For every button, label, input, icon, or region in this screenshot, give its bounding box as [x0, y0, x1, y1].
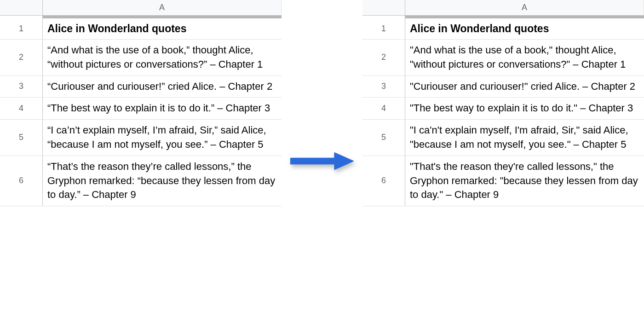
- table-row: 2 “And what is the use of a book,” thoug…: [0, 40, 282, 76]
- table-row: 3 "Curiouser and curiouser!" cried Alice…: [362, 76, 644, 98]
- cell-title[interactable]: Alice in Wonderland quotes: [43, 18, 282, 39]
- cell-title[interactable]: Alice in Wonderland quotes: [405, 18, 644, 39]
- spreadsheet-right: A 1 Alice in Wonderland quotes 2 "And wh…: [362, 0, 644, 206]
- table-row: 5 “I ca’n’t explain myself, I’m afraid, …: [0, 120, 282, 156]
- row-header[interactable]: 1: [362, 18, 405, 39]
- select-all-corner[interactable]: [362, 0, 405, 16]
- cell[interactable]: "That's the reason they're called lesson…: [405, 156, 644, 206]
- cell[interactable]: “Curiouser and curiouser!” cried Alice. …: [43, 76, 282, 98]
- row-header[interactable]: 2: [0, 40, 43, 75]
- cell[interactable]: “That’s the reason they’re called lesson…: [43, 156, 282, 206]
- cell[interactable]: “I ca’n’t explain myself, I’m afraid, Si…: [43, 120, 282, 156]
- row-header[interactable]: 4: [362, 98, 405, 119]
- table-row: 4 "The best way to explain it is to do i…: [362, 98, 644, 120]
- spreadsheet-left: A 1 Alice in Wonderland quotes 2 “And wh…: [0, 0, 282, 206]
- table-row: 5 "I ca'n't explain myself, I'm afraid, …: [362, 120, 644, 156]
- table-row: 6 “That’s the reason they’re called less…: [0, 156, 282, 206]
- table-row: 1 Alice in Wonderland quotes: [0, 18, 282, 40]
- row-header[interactable]: 4: [0, 98, 43, 119]
- table-row: 4 “The best way to explain it is to do i…: [0, 98, 282, 120]
- row-header[interactable]: 1: [0, 18, 43, 39]
- arrow-container: [282, 0, 362, 313]
- cell[interactable]: “And what is the use of a book,” thought…: [43, 40, 282, 75]
- cell[interactable]: “The best way to explain it is to do it.…: [43, 98, 282, 119]
- cell[interactable]: "The best way to explain it is to do it.…: [405, 98, 644, 119]
- cell[interactable]: "And what is the use of a book," thought…: [405, 40, 644, 75]
- cell[interactable]: "Curiouser and curiouser!" cried Alice. …: [405, 76, 644, 98]
- row-header[interactable]: 2: [362, 40, 405, 75]
- row-header[interactable]: 6: [362, 156, 405, 206]
- column-header-a[interactable]: A: [405, 0, 644, 16]
- row-header[interactable]: 3: [362, 76, 405, 98]
- table-row: 6 "That's the reason they're called less…: [362, 156, 644, 206]
- row-header[interactable]: 5: [362, 120, 405, 156]
- column-header-a[interactable]: A: [43, 0, 282, 16]
- table-row: 3 “Curiouser and curiouser!” cried Alice…: [0, 76, 282, 98]
- row-header[interactable]: 3: [0, 76, 43, 98]
- row-header[interactable]: 5: [0, 120, 43, 156]
- table-row: 2 "And what is the use of a book," thoug…: [362, 40, 644, 76]
- row-header[interactable]: 6: [0, 156, 43, 206]
- comparison-container: A 1 Alice in Wonderland quotes 2 “And wh…: [0, 0, 644, 313]
- arrow-right-icon: [286, 152, 358, 170]
- select-all-corner[interactable]: [0, 0, 43, 16]
- header-row: A: [0, 0, 282, 16]
- table-row: 1 Alice in Wonderland quotes: [362, 18, 644, 40]
- header-row: A: [362, 0, 644, 16]
- cell[interactable]: "I ca'n't explain myself, I'm afraid, Si…: [405, 120, 644, 156]
